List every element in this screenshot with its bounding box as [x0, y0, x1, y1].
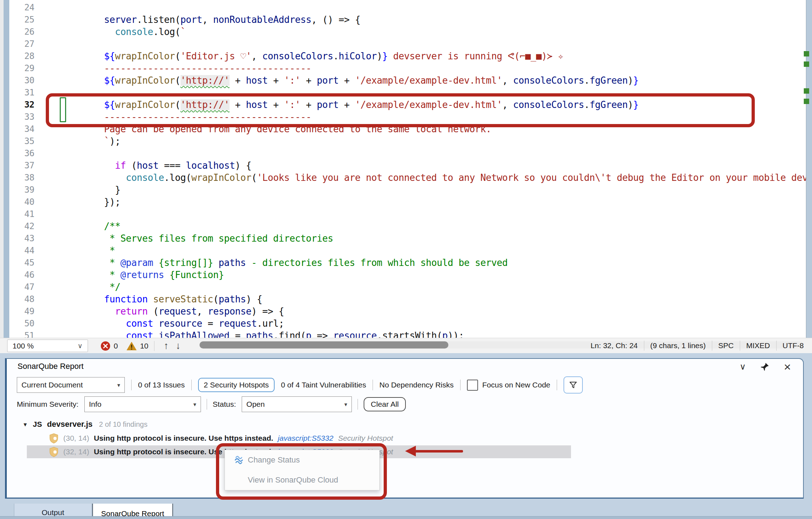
code-text[interactable]: console.log(wrapInColor('Looks like you … [34, 172, 806, 184]
code-text[interactable]: }); [34, 196, 120, 208]
code-line[interactable]: 49 return (request, response) => { [9, 305, 806, 317]
chevron-down-icon[interactable]: ∨ [740, 362, 746, 372]
code-text[interactable]: const resource = request.url; [34, 317, 284, 330]
close-icon[interactable]: × [784, 362, 791, 372]
indentation-mode[interactable]: SPC [712, 341, 740, 350]
code-line[interactable]: 25 server.listen(port, nonRoutableAddres… [9, 14, 806, 26]
filter-taint-vulnerabilities[interactable]: 0 of 4 Taint Vulnerabilities [281, 381, 366, 389]
code-editor[interactable]: 2425 server.listen(port, nonRoutableAddr… [0, 0, 812, 338]
code-text[interactable] [34, 147, 82, 159]
code-token: -------------------------------------- [104, 63, 311, 74]
code-text[interactable]: server.listen(port, nonRoutableAddress, … [34, 14, 360, 26]
code-line[interactable]: 50 const resource = request.url; [9, 317, 806, 330]
code-text[interactable]: if (host === localhost) { [34, 159, 251, 172]
focus-new-code-toggle[interactable]: Focus on New Code [467, 380, 550, 391]
code-line[interactable]: 27 [9, 38, 806, 50]
encoding[interactable]: UTF-8 [777, 341, 810, 350]
code-line[interactable]: 37 if (host === localhost) { [9, 159, 806, 172]
filter-dependency-risks[interactable]: No Dependency Risks [379, 381, 454, 389]
line-ending-mode[interactable]: MIXED [740, 341, 776, 350]
code-line[interactable]: 24 [9, 1, 806, 14]
severity-select[interactable]: Info ▾ [84, 396, 201, 412]
code-text[interactable]: ${wrapInColor('Editor.js ♡', consoleColo… [34, 50, 564, 62]
line-number: 42 [9, 220, 34, 232]
code-line[interactable]: 51 const isPathAllowed = paths.find(p =>… [9, 330, 806, 338]
code-token: serveStatic [153, 294, 213, 305]
code-text[interactable]: /** [34, 220, 120, 232]
code-text[interactable]: const isPathAllowed = paths.find(p => re… [34, 330, 464, 338]
code-line[interactable]: 44 * [9, 244, 806, 257]
code-text[interactable]: `); [34, 135, 120, 147]
code-text[interactable]: ${wrapInColor('http://' + host + ':' + p… [34, 74, 639, 86]
code-token: , () => { [311, 14, 360, 25]
code-line[interactable]: 40 }); [9, 196, 806, 208]
code-text[interactable]: -------------------------------------- [34, 62, 311, 74]
code-line[interactable]: 41 [9, 208, 806, 220]
code-text[interactable]: console.log(` [34, 26, 186, 38]
vertical-scrollbar[interactable] [806, 0, 812, 338]
code-line[interactable]: 28 ${wrapInColor('Editor.js ♡', consoleC… [9, 50, 806, 62]
tree-expand-caret-icon[interactable]: ▼ [23, 421, 28, 427]
code-text[interactable] [34, 1, 82, 14]
tree-file-row[interactable]: ▼ JS devserver.js 2 of 10 findings [23, 420, 147, 429]
caret-position[interactable]: Ln: 32, Ch: 24 [585, 341, 644, 350]
warning-counter[interactable]: 10 [126, 341, 148, 351]
warning-count: 10 [140, 342, 148, 350]
breakpoint-margin[interactable] [4, 0, 9, 338]
finding-rule-link[interactable]: javascript:S5332 [278, 434, 333, 443]
code-text[interactable]: * Serves files from specified directorie… [34, 232, 333, 244]
code-text[interactable]: * @returns {Function} [34, 269, 224, 281]
status-select[interactable]: Open ▾ [242, 396, 352, 412]
next-item-arrow-icon[interactable]: ↓ [176, 340, 181, 351]
scope-select[interactable]: Current Document ▾ [17, 377, 125, 393]
code-token: wrapInColor [115, 51, 175, 61]
code-text[interactable] [34, 208, 82, 220]
code-text[interactable]: } [34, 184, 120, 196]
finding-message: Using http protocol is insecure. Use htt… [94, 434, 273, 443]
previous-item-arrow-icon[interactable]: ↑ [164, 340, 169, 351]
line-number: 51 [9, 330, 34, 338]
code-line[interactable]: 35 `); [9, 135, 806, 147]
code-line[interactable]: 39 } [9, 184, 806, 196]
code-token: consoleColors [262, 51, 333, 61]
code-lines[interactable]: 2425 server.listen(port, nonRoutableAddr… [9, 1, 806, 338]
clear-all-button[interactable]: Clear All [364, 397, 406, 411]
code-text[interactable]: function serveStatic(paths) { [34, 293, 262, 305]
zoom-select[interactable]: 100 % ∨ [7, 340, 88, 352]
code-line[interactable]: 46 * @returns {Function} [9, 269, 806, 281]
line-number: 25 [9, 14, 34, 26]
code-token: if [115, 160, 126, 171]
change-mark-icon [804, 61, 809, 67]
code-token: resource [333, 330, 377, 338]
code-token: , [197, 306, 208, 317]
line-number: 45 [9, 257, 34, 269]
finding-row[interactable]: (30, 14) Using http protocol is insecure… [27, 432, 393, 445]
code-token: => [311, 330, 333, 338]
code-line[interactable]: 30 ${wrapInColor('http://' + host + ':' … [9, 74, 806, 86]
selection-info[interactable]: (9 chars, 1 lines) [644, 341, 712, 350]
error-counter[interactable]: 0 [100, 341, 118, 351]
code-line[interactable]: 47 */ [9, 281, 806, 293]
code-line[interactable]: 29 -------------------------------------… [9, 62, 806, 74]
code-token: console [126, 172, 164, 183]
code-line[interactable]: 38 console.log(wrapInColor('Looks like y… [9, 172, 806, 184]
filter-button[interactable] [564, 376, 583, 394]
line-number: 32 [9, 99, 34, 111]
code-line[interactable]: 36 [9, 147, 806, 159]
editor-outer-margin [0, 0, 4, 338]
filter-issues[interactable]: 0 of 13 Issues [138, 381, 185, 389]
code-text[interactable]: */ [34, 281, 120, 293]
code-line[interactable]: 43 * Serves files from specified directo… [9, 232, 806, 244]
code-line[interactable]: 42 /** [9, 220, 806, 232]
code-line[interactable]: 48 function serveStatic(paths) { [9, 293, 806, 305]
focus-new-code-checkbox[interactable] [467, 380, 478, 391]
code-text[interactable] [34, 38, 82, 50]
code-line[interactable]: 26 console.log(` [9, 26, 806, 38]
horizontal-scrollbar-thumb[interactable] [200, 341, 448, 349]
pin-icon[interactable] [760, 362, 769, 371]
code-text[interactable]: return (request, response) => { [34, 305, 284, 317]
code-text[interactable]: * [34, 244, 115, 257]
code-text[interactable]: * @param {string[]} paths - directories … [34, 257, 508, 269]
filter-security-hotspots[interactable]: 2 Security Hotspots [198, 378, 275, 392]
code-line[interactable]: 45 * @param {string[]} paths - directori… [9, 257, 806, 269]
